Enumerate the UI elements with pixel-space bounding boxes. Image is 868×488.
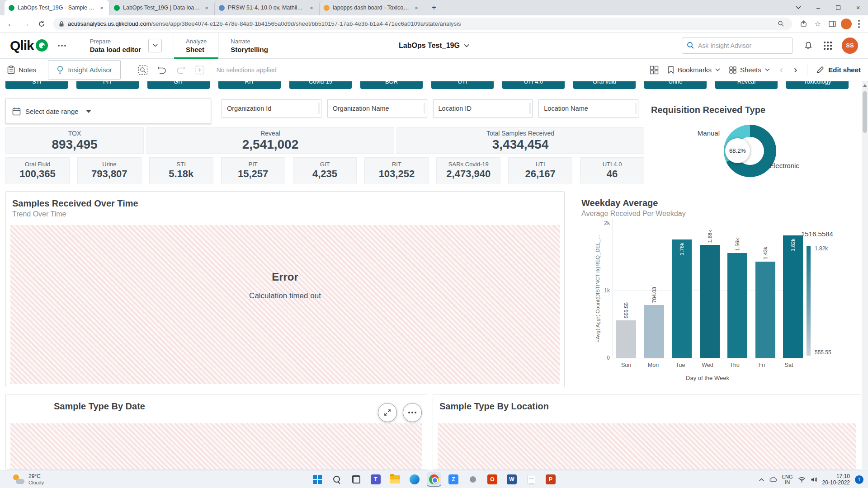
qlik-logo[interactable]: Qlik: [10, 38, 48, 53]
next-sheet-icon[interactable]: ›: [793, 65, 798, 75]
browser-tab[interactable]: PRSW 51-4, 10.0 ov, Mathilda Ca×: [214, 0, 319, 15]
filter-listbox[interactable]: Location Name: [538, 99, 638, 117]
sheet-filter-chip[interactable]: BOR: [360, 81, 423, 89]
onedrive-cloud-icon[interactable]: [769, 477, 777, 482]
scrollbar-thumb[interactable]: [863, 91, 867, 133]
sheet-filter-chip[interactable]: GIT: [147, 81, 210, 89]
clear-selections-icon[interactable]: [195, 65, 205, 75]
nav-analyze[interactable]: Analyze Sheet: [174, 33, 218, 59]
zoom-icon[interactable]: [775, 18, 787, 30]
global-menu-icon[interactable]: [58, 45, 67, 47]
filter-listbox[interactable]: Location ID: [433, 99, 533, 117]
more-options-button[interactable]: [403, 403, 422, 422]
edit-sheet-button[interactable]: Edit sheet: [816, 66, 861, 74]
back-icon[interactable]: ←: [5, 18, 17, 30]
bar-sun[interactable]: [616, 320, 636, 358]
side-panel-icon[interactable]: [826, 18, 838, 30]
address-bar[interactable]: acutisanalytics.us.qlikcloud.com/sense/a…: [53, 18, 792, 30]
kpi-tile[interactable]: UTI 4.046: [580, 157, 644, 183]
scroll-up-icon[interactable]: [863, 84, 867, 87]
close-button[interactable]: ×: [848, 0, 868, 15]
taskbar-powerpoint-icon[interactable]: P: [543, 472, 558, 487]
maximize-button[interactable]: [828, 0, 848, 15]
new-tab-button[interactable]: +: [428, 1, 440, 14]
tab-close-icon[interactable]: ×: [98, 4, 105, 11]
kpi-tile[interactable]: GIT4,235: [293, 157, 357, 183]
sheet-filter-chip[interactable]: Toxicology: [786, 81, 849, 89]
sheet-filter-chip[interactable]: UTI: [431, 81, 494, 89]
date-range-filter[interactable]: Select date range: [5, 99, 211, 124]
weekday-average-panel[interactable]: Weekday Average Average Received Per Wee…: [575, 191, 861, 387]
app-title[interactable]: LabOps Test_19G: [399, 42, 469, 50]
insight-advisor-input[interactable]: [698, 42, 788, 49]
bookmarks-button[interactable]: Bookmarks: [668, 66, 720, 74]
nav-narrate[interactable]: Narrate Storytelling: [218, 33, 280, 59]
bar-mon[interactable]: [644, 305, 664, 358]
taskbar-task-view-icon[interactable]: [349, 472, 363, 487]
sheet-layout-icon[interactable]: [650, 66, 659, 75]
expand-button[interactable]: [378, 403, 397, 422]
sheet-filter-chip[interactable]: Oral fluid: [573, 81, 636, 89]
filter-listbox[interactable]: Organization Name: [327, 99, 427, 117]
tray-chevron-up-icon[interactable]: [759, 478, 764, 481]
taskbar-word-icon[interactable]: W: [505, 472, 519, 487]
selections-search-icon[interactable]: [138, 65, 148, 75]
kpi-tile[interactable]: Urine793,807: [77, 157, 142, 183]
bar-thu[interactable]: [727, 253, 747, 358]
taskbar-zoom-icon[interactable]: Z: [446, 472, 461, 487]
trend-panel[interactable]: Samples Received Over Time Trend Over Ti…: [5, 191, 565, 387]
kpi-tile[interactable]: PIT15,257: [221, 157, 285, 183]
minimize-button[interactable]: –: [808, 0, 828, 15]
sheets-button[interactable]: Sheets: [729, 66, 770, 74]
tab-search-icon[interactable]: [788, 0, 808, 15]
taskbar-edge-icon[interactable]: [407, 472, 422, 487]
browser-tab[interactable]: lapopps dash board - Toxicology×: [319, 0, 424, 15]
kpi-tile[interactable]: STI5.18k: [149, 157, 213, 183]
taskbar-teams-icon[interactable]: T: [368, 472, 383, 487]
sheet-filter-chip[interactable]: UTI 4.0: [502, 81, 565, 89]
taskbar-notepad-icon[interactable]: [524, 472, 538, 487]
kpi-tile[interactable]: SARs Covid-192,473,940: [436, 157, 500, 183]
kpi-tile[interactable]: RIT103,252: [364, 157, 429, 183]
user-avatar[interactable]: SS: [842, 38, 858, 54]
notes-button[interactable]: Notes: [7, 66, 36, 74]
sheet-filter-chip[interactable]: STI: [5, 81, 68, 89]
kpi-tile-total-samples[interactable]: Total Samples Received 3,434,454: [396, 127, 644, 154]
sheet-filter-chip[interactable]: PIT: [76, 81, 139, 89]
weekday-bar-chart[interactable]: 555.55784.031.76k1.68k1.56k1.43k1.82k: [613, 218, 802, 358]
bar-sat[interactable]: [783, 235, 803, 358]
share-icon[interactable]: [797, 18, 809, 30]
bar-wed[interactable]: [700, 245, 720, 358]
kpi-tile-reveal[interactable]: Reveal 2,541,002: [146, 127, 394, 154]
language-indicator[interactable]: ENG IN: [782, 474, 793, 485]
taskbar-office-icon[interactable]: O: [485, 472, 500, 487]
bookmark-star-icon[interactable]: ☆: [812, 18, 824, 30]
taskbar-tray-app-icon[interactable]: [466, 472, 480, 487]
nav-prepare[interactable]: Prepare Data load editor: [78, 33, 174, 59]
kpi-tile-tox[interactable]: TOX 893,495: [5, 127, 144, 154]
clock-widget[interactable]: 17:10 20-10-2022: [822, 473, 850, 486]
weather-widget[interactable]: 29°C Cloudy: [13, 470, 44, 488]
insight-advisor-button[interactable]: Insight Advisor: [48, 60, 121, 80]
reload-icon[interactable]: [35, 18, 48, 30]
kpi-tile[interactable]: UTI26,167: [508, 157, 572, 183]
kpi-tile[interactable]: Oral Fluid100,365: [5, 157, 70, 183]
app-launcher-grid-icon[interactable]: [824, 42, 832, 50]
step-back-icon[interactable]: [157, 65, 167, 75]
tab-close-icon[interactable]: ×: [413, 4, 420, 11]
taskbar-start-icon[interactable]: [310, 472, 325, 487]
filter-listbox[interactable]: Organization Id: [222, 99, 321, 117]
page-scrollbar[interactable]: [862, 81, 868, 470]
sheet-filter-chip[interactable]: Reveal: [715, 81, 778, 89]
browser-tab[interactable]: LabOps Test_19G | Data load edi×: [109, 0, 214, 15]
taskbar-file-explorer-icon[interactable]: [388, 472, 402, 487]
sheet-filter-chip[interactable]: RIT: [218, 81, 281, 89]
sample-type-by-location-panel[interactable]: Sample Type By Location: [433, 394, 861, 470]
profile-avatar[interactable]: [841, 19, 852, 29]
sheet-filter-chip[interactable]: Urine: [644, 81, 707, 89]
tab-close-icon[interactable]: ×: [308, 4, 315, 11]
bar-fri[interactable]: [755, 262, 775, 358]
prepare-dropdown-icon[interactable]: [148, 39, 162, 52]
tab-close-icon[interactable]: ×: [203, 4, 210, 11]
forward-icon[interactable]: →: [20, 18, 33, 30]
